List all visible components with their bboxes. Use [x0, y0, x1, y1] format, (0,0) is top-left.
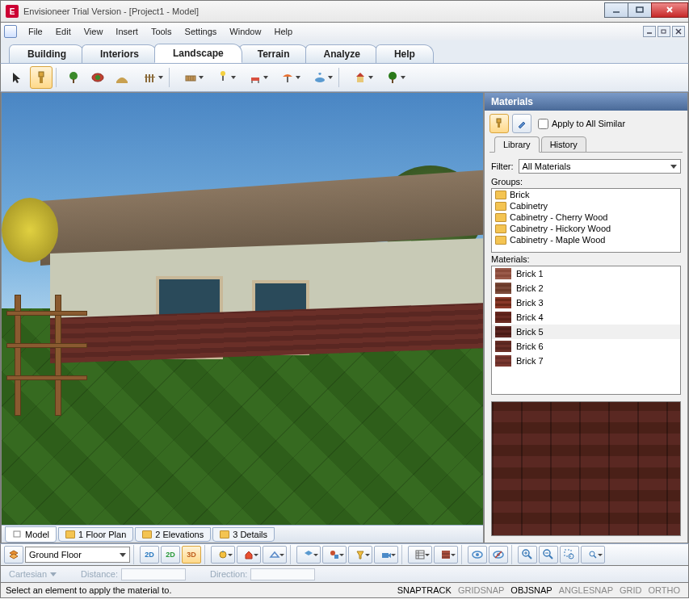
snap-gridsnap[interactable]: GRIDSNAP — [455, 585, 507, 595]
maximize-button[interactable] — [628, 2, 652, 18]
mdi-restore-button[interactable] — [657, 26, 670, 37]
svg-line-52 — [528, 555, 531, 559]
group-item[interactable]: Brick — [492, 189, 680, 200]
view-3d-button[interactable]: 3D — [182, 546, 201, 564]
svg-rect-9 — [40, 77, 43, 83]
group-item[interactable]: Cabinetry - Hickory Wood — [492, 223, 680, 234]
garden-bed-tool[interactable] — [86, 66, 109, 89]
material-item[interactable]: Brick 1 — [492, 266, 680, 281]
material-item[interactable]: Brick 3 — [492, 295, 680, 310]
tree-tool[interactable] — [377, 66, 408, 89]
tab-interiors[interactable]: Interiors — [82, 44, 158, 63]
tab-analyze[interactable]: Analyze — [305, 44, 379, 63]
menu-insert[interactable]: Insert — [109, 25, 145, 38]
distance-input[interactable] — [121, 568, 186, 580]
home-view-button[interactable] — [237, 546, 261, 564]
tab-help[interactable]: Help — [376, 44, 434, 63]
menu-window[interactable]: Window — [223, 25, 267, 38]
tab-landscape[interactable]: Landscape — [154, 44, 242, 63]
menu-help[interactable]: Help — [267, 25, 299, 38]
camera-tool[interactable] — [374, 546, 398, 564]
texture-tool[interactable] — [434, 546, 458, 564]
edging-tool[interactable] — [111, 66, 133, 89]
svg-point-23 — [221, 71, 225, 76]
layers-button[interactable] — [4, 546, 23, 564]
fence-tool[interactable] — [135, 66, 166, 89]
svg-point-28 — [315, 78, 325, 82]
group-item[interactable]: Cabinetry — [492, 200, 680, 212]
materials-listbox[interactable]: Brick 1Brick 2Brick 3Brick 4Brick 5Brick… — [491, 266, 681, 395]
minimize-button[interactable] — [604, 2, 628, 18]
view-2d-button[interactable]: 2D — [140, 546, 159, 564]
filter-dropdown[interactable]: All Materials — [519, 159, 682, 174]
view-2d-color-button[interactable]: 2D — [161, 546, 180, 564]
apply-all-similar-checkbox[interactable]: Apply to All Similar — [538, 119, 625, 129]
zoom-window-button[interactable] — [560, 546, 579, 564]
plant-tool[interactable] — [62, 66, 85, 89]
filter-tool[interactable] — [348, 546, 372, 564]
tab-building[interactable]: Building — [9, 44, 85, 63]
elevation-view-button[interactable] — [263, 546, 287, 564]
zoom-out-button[interactable] — [539, 546, 558, 564]
distance-label: Distance: — [81, 569, 118, 579]
viewport-tab-1-floor-plan[interactable]: 1 Floor Plan — [58, 527, 133, 542]
show-all-button[interactable] — [468, 546, 487, 564]
groups-listbox[interactable]: BrickCabinetryCabinetry - Cherry WoodCab… — [491, 188, 681, 253]
layers-visibility-button[interactable] — [296, 546, 321, 564]
group-item[interactable]: Cabinetry - Maple Wood — [492, 234, 680, 245]
document-icon — [4, 25, 17, 38]
snap-anglesnap[interactable]: ANGLESNAP — [556, 585, 616, 595]
material-item[interactable]: Brick 7 — [492, 354, 680, 368]
floor-selector[interactable]: Ground Floor — [25, 547, 130, 563]
menu-tools[interactable]: Tools — [145, 25, 179, 38]
snap-ortho[interactable]: ORTHO — [645, 585, 683, 595]
select-tool[interactable] — [6, 66, 28, 89]
coord-system-label[interactable]: Cartesian — [9, 569, 47, 579]
menu-file[interactable]: File — [22, 25, 49, 38]
viewport-tab-3-details[interactable]: 3 Details — [212, 527, 275, 542]
viewport-tab-model[interactable]: Model — [5, 526, 57, 543]
deck-tool[interactable] — [175, 66, 206, 89]
zoom-extents-button[interactable] — [581, 546, 605, 564]
viewport-3d[interactable]: Model1 Floor Plan2 Elevations3 Details — [1, 92, 484, 543]
mdi-close-button[interactable] — [672, 26, 685, 37]
material-item[interactable]: Brick 5 — [492, 325, 680, 339]
hide-all-button[interactable] — [489, 546, 508, 564]
paint-mode-button[interactable] — [489, 114, 509, 133]
menu-view[interactable]: View — [78, 25, 110, 38]
menu-settings[interactable]: Settings — [179, 25, 224, 38]
paint-material-tool[interactable] — [30, 66, 53, 89]
material-item[interactable]: Brick 6 — [492, 339, 680, 354]
snap-grid[interactable]: GRID — [616, 585, 645, 595]
eyedropper-button[interactable] — [512, 114, 531, 133]
hide-tool[interactable] — [322, 546, 347, 564]
direction-input[interactable] — [250, 568, 315, 580]
water-feature-tool[interactable] — [305, 66, 335, 89]
app-icon: E — [6, 5, 19, 18]
gazebo-tool[interactable] — [345, 66, 376, 89]
viewport-tab-2-elevations[interactable]: 2 Elevations — [135, 527, 211, 542]
lighting-tool[interactable] — [208, 66, 238, 89]
zoom-in-button[interactable] — [518, 546, 537, 564]
snap-snaptrack[interactable]: SNAPTRACK — [394, 585, 455, 595]
navigate-tool[interactable] — [211, 546, 235, 564]
svg-rect-33 — [497, 119, 501, 123]
mdi-minimize-button[interactable] — [643, 26, 656, 37]
materials-tab-history[interactable]: History — [541, 136, 586, 153]
furniture-tool[interactable] — [240, 66, 271, 89]
apply-all-checkbox-input[interactable] — [538, 119, 548, 129]
material-item[interactable]: Brick 2 — [492, 281, 680, 295]
hatch-tool[interactable] — [408, 546, 432, 564]
materials-tab-library[interactable]: Library — [494, 136, 540, 153]
svg-rect-25 — [251, 81, 253, 83]
umbrella-tool[interactable] — [272, 66, 303, 89]
snap-objsnap[interactable]: OBJSNAP — [507, 585, 555, 595]
close-button[interactable] — [651, 2, 688, 18]
folder-icon — [142, 530, 152, 538]
menu-edit[interactable]: Edit — [49, 25, 78, 38]
tab-terrain[interactable]: Terrain — [239, 44, 309, 63]
material-item[interactable]: Brick 4 — [492, 310, 680, 325]
group-item[interactable]: Cabinetry - Cherry Wood — [492, 212, 680, 223]
material-swatch — [495, 326, 511, 337]
svg-rect-39 — [416, 551, 424, 559]
